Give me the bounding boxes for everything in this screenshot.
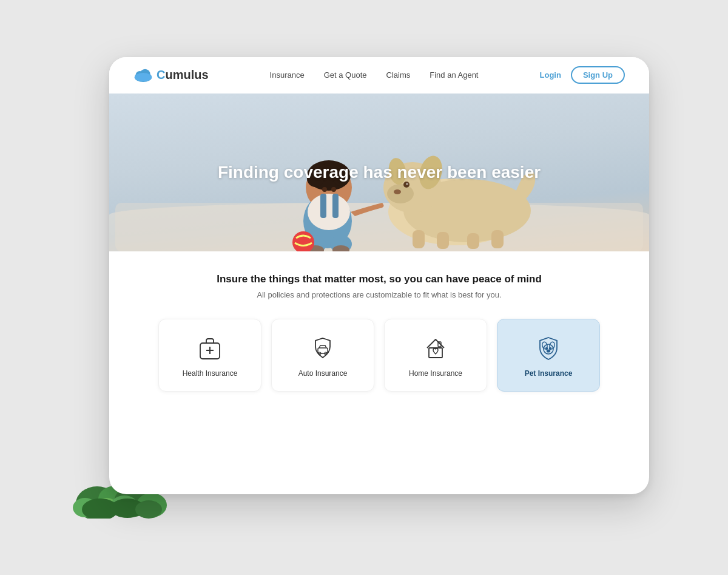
svg-rect-27 [491, 230, 504, 248]
pet-card-label: Pet Insurance [525, 369, 573, 378]
hero-title: Finding coverage has never been easier [218, 163, 541, 182]
svg-point-22 [406, 183, 408, 185]
nav-actions: Login Sign Up [540, 66, 625, 84]
svg-point-34 [322, 187, 327, 192]
svg-point-57 [547, 350, 550, 352]
svg-point-9 [135, 500, 162, 519]
navbar: Cumulus Insurance Get a Quote Claims Fin… [109, 57, 649, 94]
logo[interactable]: Cumulus [133, 68, 209, 82]
home-icon [420, 333, 451, 363]
health-icon [195, 333, 225, 363]
health-insurance-card[interactable]: Health Insurance [158, 319, 261, 392]
svg-rect-26 [467, 233, 479, 249]
logo-text: Cumulus [157, 68, 209, 82]
svg-point-56 [550, 347, 551, 349]
section-subtitle: All policies and protections are customi… [133, 290, 625, 299]
hero-section: Finding coverage has never been easier [109, 94, 649, 251]
svg-rect-24 [413, 230, 425, 248]
content-section: Insure the things that matter most, so y… [109, 251, 649, 411]
device-frame: Cumulus Insurance Get a Quote Claims Fin… [109, 57, 649, 494]
login-button[interactable]: Login [540, 70, 561, 80]
nav-get-quote[interactable]: Get a Quote [324, 70, 367, 80]
svg-point-55 [546, 347, 548, 349]
svg-point-13 [135, 73, 152, 81]
nav-insurance[interactable]: Insurance [270, 70, 305, 80]
svg-point-18 [387, 184, 414, 203]
svg-rect-37 [320, 194, 326, 218]
pet-icon [533, 333, 564, 363]
home-card-label: Home Insurance [409, 369, 462, 378]
auto-icon [308, 333, 338, 363]
svg-rect-14 [115, 203, 643, 251]
scene: Cumulus Insurance Get a Quote Claims Fin… [61, 45, 667, 531]
svg-point-35 [331, 187, 336, 192]
nav-links: Insurance Get a Quote Claims Find an Age… [270, 70, 479, 80]
insurance-cards-row: Health Insurance [133, 319, 625, 392]
signup-button[interactable]: Sign Up [571, 66, 625, 84]
svg-rect-38 [332, 194, 339, 218]
logo-cloud-icon [133, 69, 153, 82]
home-insurance-card[interactable]: Home Insurance [384, 319, 487, 392]
nav-find-agent[interactable]: Find an Agent [430, 70, 478, 80]
auto-card-label: Auto Insurance [298, 369, 348, 378]
svg-rect-25 [437, 232, 449, 249]
pet-insurance-card[interactable]: Pet Insurance [497, 319, 600, 392]
svg-point-36 [308, 194, 350, 230]
nav-claims[interactable]: Claims [386, 70, 411, 80]
auto-insurance-card[interactable]: Auto Insurance [271, 319, 374, 392]
health-card-label: Health Insurance [183, 369, 238, 378]
section-title: Insure the things that matter most, so y… [133, 273, 625, 285]
svg-point-23 [394, 189, 401, 194]
